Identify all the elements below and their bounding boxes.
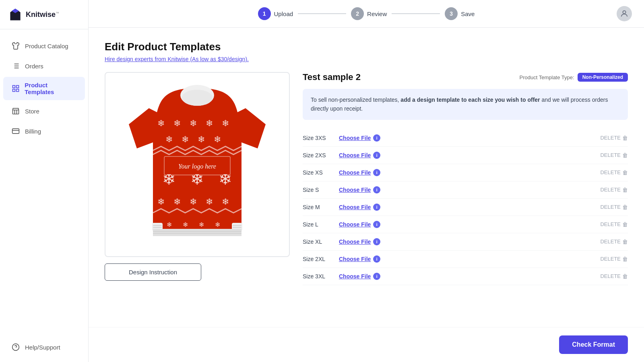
svg-text:❄: ❄	[190, 118, 197, 128]
delete-button-l[interactable]: DELETE 🗑	[600, 221, 628, 228]
sidebar-item-label: Store	[25, 108, 39, 115]
size-row-l: Size L Choose File i DELETE 🗑	[303, 216, 628, 233]
size-row-xl: Size XL Choose File i DELETE 🗑	[303, 233, 628, 251]
sidebar-item-product-templates[interactable]: Product Templates	[3, 77, 85, 100]
sidebar-item-label: Billing	[25, 128, 41, 135]
trash-icon-2xs: 🗑	[622, 152, 628, 158]
right-panel: Test sample 2 Product Template Type: Non…	[303, 72, 628, 285]
sidebar-item-help-support[interactable]: Help/Support	[3, 338, 85, 356]
info-icon-s[interactable]: i	[373, 186, 380, 193]
svg-rect-49	[153, 229, 242, 236]
svg-text:❄: ❄	[173, 118, 181, 128]
delete-button-m[interactable]: DELETE 🗑	[600, 204, 628, 210]
choose-file-button-2xs[interactable]: Choose File i	[339, 152, 380, 159]
info-icon-xs[interactable]: i	[373, 169, 380, 176]
step-1-circle: 1	[258, 7, 271, 20]
page-body: Edit Product Templates Hire design exper…	[89, 28, 644, 327]
content-grid: ❄ ❄ ❄ ❄ ❄ ❄ ❄ ❄ ❄	[105, 72, 628, 285]
svg-text:❄: ❄	[165, 134, 173, 144]
svg-text:❄: ❄	[173, 197, 181, 207]
size-row-2xl: Size 2XL Choose File i DELETE 🗑	[303, 251, 628, 268]
size-label-3xs: Size 3XS	[303, 135, 339, 141]
user-avatar[interactable]	[617, 6, 632, 21]
sidebar-item-product-catalog[interactable]: Product Catalog	[3, 37, 85, 55]
choose-file-label: Choose File	[339, 135, 371, 141]
step-3-label: Save	[461, 10, 475, 17]
delete-button-xs[interactable]: DELETE 🗑	[600, 169, 628, 176]
design-instruction-button[interactable]: Design Instruction	[105, 263, 201, 281]
step-2-label: Review	[367, 10, 387, 17]
info-text-bold: add a design template to each size you w…	[400, 97, 540, 103]
step-3: 3 Save	[445, 7, 475, 20]
size-label-l: Size L	[303, 221, 339, 228]
top-bar: 1 Upload 2 Review 3 Save	[89, 0, 644, 28]
svg-text:❄: ❄	[206, 118, 213, 128]
delete-label: DELETE	[600, 221, 621, 227]
avatar-icon	[620, 9, 629, 18]
sweater-image: ❄ ❄ ❄ ❄ ❄ ❄ ❄ ❄ ❄	[125, 80, 270, 249]
sidebar-item-label: Help/Support	[25, 344, 60, 351]
product-name: Test sample 2	[303, 72, 361, 82]
delete-label: DELETE	[600, 239, 621, 245]
info-icon-2xs[interactable]: i	[373, 152, 380, 159]
choose-file-button-3xl[interactable]: Choose File i	[339, 273, 380, 280]
delete-button-xl[interactable]: DELETE 🗑	[600, 239, 628, 245]
size-label-3xl: Size 3XL	[303, 273, 339, 280]
delete-button-3xl[interactable]: DELETE 🗑	[600, 273, 628, 280]
info-icon-2xl[interactable]: i	[373, 255, 380, 263]
choose-file-button-s[interactable]: Choose File i	[339, 186, 380, 193]
template-type-badge: Non-Personalized	[578, 73, 628, 82]
choose-file-label: Choose File	[339, 239, 371, 245]
sidebar-item-label: Orders	[25, 63, 43, 70]
trash-icon-2xl: 🗑	[622, 256, 628, 262]
left-panel: ❄ ❄ ❄ ❄ ❄ ❄ ❄ ❄ ❄	[105, 72, 290, 281]
page-title: Edit Product Templates	[105, 41, 628, 53]
step-1: 1 Upload	[258, 7, 293, 20]
choose-file-label: Choose File	[339, 204, 371, 210]
delete-label: DELETE	[600, 135, 621, 141]
svg-text:❄: ❄	[157, 118, 165, 128]
check-format-button[interactable]: Check Format	[559, 335, 628, 354]
hire-link[interactable]: Hire design experts from Knitwise (As lo…	[105, 56, 249, 62]
info-icon-l[interactable]: i	[373, 221, 380, 228]
delete-button-2xl[interactable]: DELETE 🗑	[600, 256, 628, 262]
sidebar-item-store[interactable]: Store	[3, 102, 85, 120]
delete-button-3xs[interactable]: DELETE 🗑	[600, 135, 628, 141]
tshirt-icon	[11, 41, 20, 50]
store-icon	[11, 107, 20, 115]
logo-icon	[8, 7, 23, 22]
trash-icon-3xl: 🗑	[622, 273, 628, 280]
size-row-s: Size S Choose File i DELETE 🗑	[303, 181, 628, 199]
svg-rect-9	[16, 86, 19, 88]
choose-file-button-2xl[interactable]: Choose File i	[339, 255, 380, 263]
choose-file-label: Choose File	[339, 273, 371, 280]
size-label-xl: Size XL	[303, 239, 339, 245]
size-label-s: Size S	[303, 187, 339, 193]
info-box: To sell non-personalized templates, add …	[303, 89, 628, 120]
sidebar-item-orders[interactable]: Orders	[3, 57, 85, 75]
svg-text:❄: ❄	[222, 197, 229, 207]
svg-rect-46	[153, 227, 162, 228]
trash-icon-m: 🗑	[622, 204, 628, 210]
svg-text:❄: ❄	[199, 221, 204, 228]
sidebar-bottom: Help/Support	[0, 332, 88, 362]
choose-file-button-xl[interactable]: Choose File i	[339, 238, 380, 245]
orders-icon	[11, 62, 20, 70]
trash-icon-l: 🗑	[622, 221, 628, 228]
choose-file-button-m[interactable]: Choose File i	[339, 204, 380, 211]
sidebar-item-billing[interactable]: Billing	[3, 122, 85, 140]
choose-file-label: Choose File	[339, 169, 371, 176]
info-icon-m[interactable]: i	[373, 204, 380, 211]
choose-file-button-l[interactable]: Choose File i	[339, 221, 380, 228]
choose-file-button-3xs[interactable]: Choose File i	[339, 134, 380, 142]
delete-button-s[interactable]: DELETE 🗑	[600, 187, 628, 193]
info-icon-3xl[interactable]: i	[373, 273, 380, 280]
size-row-xs: Size XS Choose File i DELETE 🗑	[303, 164, 628, 181]
svg-point-18	[182, 90, 213, 106]
info-icon-3xs[interactable]: i	[373, 134, 380, 142]
choose-file-button-xs[interactable]: Choose File i	[339, 169, 380, 176]
delete-button-2xs[interactable]: DELETE 🗑	[600, 152, 628, 158]
sweater-preview: ❄ ❄ ❄ ❄ ❄ ❄ ❄ ❄ ❄	[105, 72, 290, 257]
info-icon-xl[interactable]: i	[373, 238, 380, 245]
delete-label: DELETE	[600, 273, 621, 279]
